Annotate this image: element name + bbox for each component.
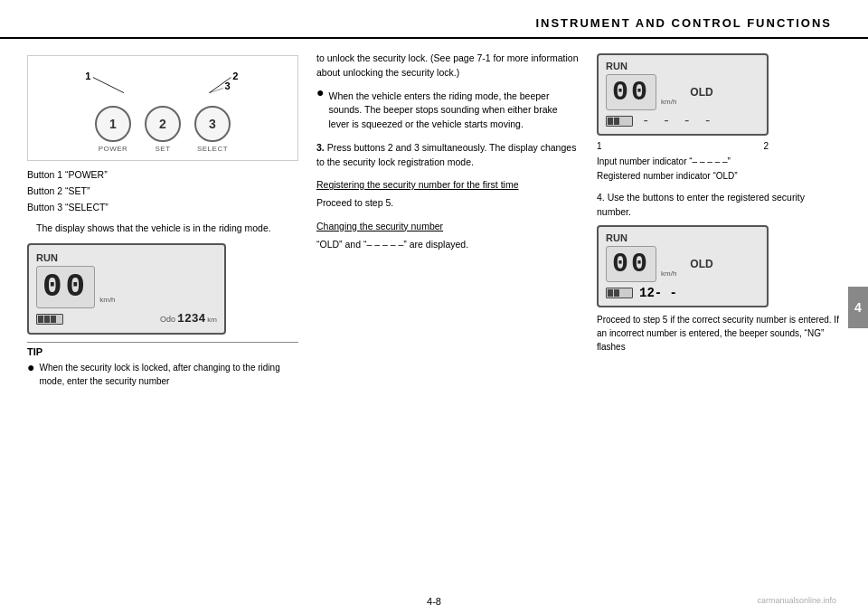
bar3-rt <box>620 118 626 125</box>
step3-number: 3. <box>316 142 325 153</box>
bar1 <box>38 316 43 323</box>
btn-1-circle: 1 <box>95 106 131 142</box>
big-numbers-rb: 00 <box>606 246 656 282</box>
step3-section: 3. Press buttons 2 and 3 simultaneously.… <box>316 141 579 170</box>
changing-text: “OLD” and “– – – – –” are displayed. <box>316 238 579 252</box>
indicator-label-1: Input number indicator “– – – – –” <box>597 155 841 169</box>
svg-line-0 <box>93 78 124 93</box>
inst-rt-bottom: - - - - <box>606 114 760 128</box>
btn-3-item: 3 SELECT <box>194 106 231 153</box>
kmh-rb: km/h <box>661 269 676 278</box>
riding-bullet-text: When the vehicle enters the riding mode,… <box>328 90 579 132</box>
registering-section: Registering the security number for the … <box>316 178 579 211</box>
registering-sub: Proceed to step 5. <box>316 196 579 211</box>
dashes-display: - - - - <box>642 114 714 128</box>
bar2 <box>44 316 50 323</box>
bar1-rb <box>608 289 613 297</box>
battery-icon-rt <box>606 116 633 127</box>
btn-label-2: 2 <box>232 71 238 81</box>
run-label-rt: RUN <box>606 61 760 71</box>
diagram-lines-svg: 1 2 3 <box>68 70 258 97</box>
riding-bullet-item: ● When the vehicle enters the riding mod… <box>316 86 579 136</box>
changing-section: Changing the security number “OLD” and “… <box>316 220 579 252</box>
btn-3-label: SELECT <box>197 145 228 153</box>
unlock-text: to unlock the security lock. (See page 7… <box>316 52 579 80</box>
big-numbers-left: 00 <box>36 266 95 308</box>
bottom-number-display: 12- - <box>639 286 677 300</box>
btn-2-label: SET <box>155 145 170 153</box>
num-label-2: 2 <box>763 141 769 151</box>
mid-column: to unlock the security lock. (See page 7… <box>307 48 588 603</box>
bar2-rb <box>614 289 619 297</box>
proceed-text: Proceed to step 5 if the correct securit… <box>597 313 841 354</box>
btn-2-item: 2 SET <box>145 106 181 153</box>
step3-body: Press buttons 2 and 3 simultaneously. Th… <box>316 142 576 167</box>
bar3-rb <box>620 289 626 297</box>
registering-heading: Registering the security number for the … <box>316 178 579 193</box>
page-title: INSTRUMENT AND CONTROL FUNCTIONS <box>535 16 832 30</box>
big-display-rb: 00 km/h OLD <box>606 246 760 282</box>
tip-title: TIP <box>27 346 298 357</box>
run-label-left: RUN <box>36 252 217 263</box>
step4-text: 4. Use the buttons to enter the register… <box>597 191 841 220</box>
big-display-rt: 00 km/h OLD <box>606 74 760 110</box>
riding-mode-text: The display shows that the vehicle is in… <box>36 222 298 236</box>
num-labels-row: 1 2 <box>597 141 769 151</box>
odo-label: Odo <box>160 315 175 324</box>
instrument-display-right-bottom: RUN 00 km/h OLD 12- - <box>597 225 769 307</box>
list-item-3: Button 3 “SELECT” <box>27 201 298 215</box>
changing-heading: Changing the security number <box>316 220 579 234</box>
tip-section: TIP ● When the security lock is locked, … <box>27 342 298 388</box>
watermark: carmanualsonline.info <box>757 596 836 605</box>
bar3 <box>51 316 56 323</box>
run-label-rb: RUN <box>606 232 760 243</box>
bar1-rt <box>608 118 613 125</box>
tip-text: When the security lock is locked, after … <box>39 361 298 388</box>
right-column: RUN 00 km/h OLD - - - - 1 2 Inpu <box>588 48 841 603</box>
indicator-labels: Input number indicator “– – – – –” Regis… <box>597 155 841 184</box>
section-marker: 4 <box>848 287 868 328</box>
left-column: 1 2 3 1 POWER 2 SET 3 <box>27 48 307 603</box>
btn-1-item: 1 POWER <box>95 106 131 153</box>
kmh-rt: km/h <box>661 98 676 106</box>
instrument-display-right-top: RUN 00 km/h OLD - - - - <box>597 53 769 136</box>
old-label-bottom: OLD <box>690 258 712 270</box>
page-number: 4-8 <box>0 596 868 607</box>
list-item-1: Button 1 “POWER” <box>27 168 298 183</box>
buttons-diagram: 1 2 3 1 POWER 2 SET 3 <box>27 55 298 161</box>
indicator-label-2: Registered number indicator “OLD” <box>597 169 841 184</box>
btn-label-3: 3 <box>225 80 231 91</box>
old-label-top: OLD <box>690 86 712 99</box>
btn-1-label: POWER <box>99 145 128 153</box>
list-item-2: Button 2 “SET” <box>27 184 298 199</box>
bar2-rt <box>614 118 619 125</box>
bullet-icon: ● <box>27 361 34 374</box>
tip-bullet: ● When the security lock is locked, afte… <box>27 361 298 388</box>
num-label-1: 1 <box>597 141 602 151</box>
instrument-display-left: RUN 00 km/h Odo 1234 km <box>27 243 226 335</box>
page-header: INSTRUMENT AND CONTROL FUNCTIONS <box>0 0 868 39</box>
btn-3-circle: 3 <box>194 106 231 142</box>
buttons-row: 1 POWER 2 SET 3 SELECT <box>95 106 231 153</box>
svg-line-2 <box>209 89 222 93</box>
kmh-left: km/h <box>99 296 115 304</box>
step3-text: 3. Press buttons 2 and 3 simultaneously.… <box>316 141 579 170</box>
battery-icon-rb <box>606 288 633 298</box>
small-numbers: 1234 <box>177 312 205 326</box>
btn-label-1: 1 <box>85 71 90 81</box>
big-numbers-rt: 00 <box>606 74 656 110</box>
riding-bullet-icon: ● <box>316 86 324 99</box>
odo-section: Odo 1234 km <box>160 312 217 326</box>
km-label: km <box>207 316 217 324</box>
battery-section <box>36 314 63 325</box>
inst-bottom-left: Odo 1234 km <box>36 312 217 326</box>
inst-rb-bottom: 12- - <box>606 286 760 300</box>
btn-2-circle: 2 <box>145 106 181 142</box>
big-display-left: 00 km/h <box>36 266 217 308</box>
battery-icon <box>36 314 63 325</box>
